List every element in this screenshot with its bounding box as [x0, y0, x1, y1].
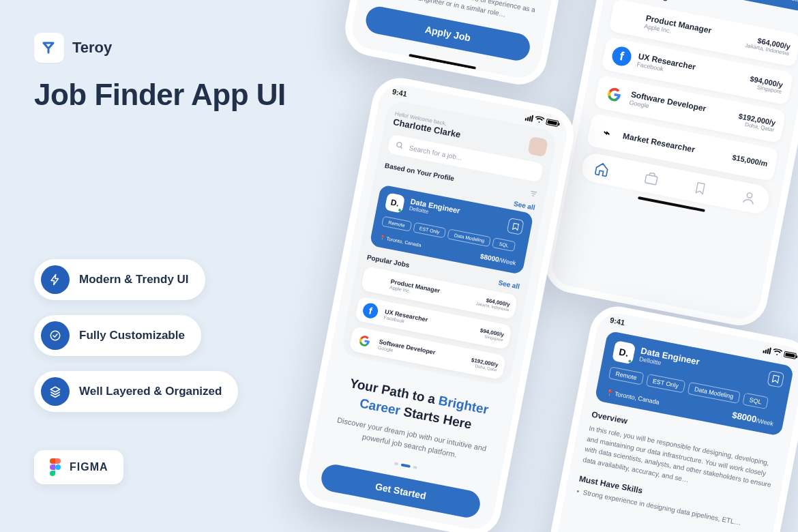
feature-label: Well Layered & Organized — [79, 385, 222, 398]
facebook-logo-icon: f — [361, 302, 379, 320]
lightning-icon — [41, 265, 70, 294]
nav-profile-icon[interactable] — [740, 189, 758, 207]
page-title: Job Finder App UI — [34, 78, 321, 113]
tag-chip: Data Modeling — [688, 382, 741, 404]
figma-label: FIGMA — [70, 461, 108, 473]
get-started-button[interactable]: Get Started — [319, 462, 482, 520]
svg-point-4 — [396, 142, 402, 147]
mock-home-screen: D. Data Engineer Delloitte Remote EST On… — [541, 0, 798, 330]
tag-chip: Remote — [608, 366, 644, 385]
job-salary: $8000/Week — [479, 252, 516, 267]
signal-icon — [525, 114, 534, 122]
job-title: Market Researcher — [622, 131, 726, 160]
feature-customizable: Fully Customizable — [34, 315, 201, 356]
svg-point-1 — [55, 464, 61, 470]
google-logo-icon — [356, 332, 374, 350]
job-location: 📍 Toronto, Canada — [379, 235, 422, 248]
facebook-logo-icon: f — [610, 45, 633, 68]
tag-chip: SQL — [492, 237, 516, 252]
job-salary: $8000/Week — [756, 0, 798, 3]
mock-apply-screen: Experience: Minimum of 3–5 years of expe… — [340, 0, 580, 89]
figma-icon — [49, 458, 61, 476]
brand-logo-icon — [34, 33, 64, 63]
search-icon — [395, 141, 404, 150]
section-popular-jobs: Popular Jobs — [366, 253, 410, 269]
tag-chip: Remote — [381, 216, 412, 232]
figma-badge: FIGMA — [34, 450, 123, 484]
company-logo-icon: D. — [612, 340, 636, 364]
bookmark-icon[interactable] — [767, 370, 784, 388]
see-all-link[interactable]: See all — [498, 279, 520, 291]
layers-icon — [41, 377, 70, 406]
battery-icon — [546, 118, 559, 126]
feature-modern: Modern & Trendy UI — [34, 259, 205, 300]
feature-layered: Well Layered & Organized — [34, 371, 238, 412]
svg-point-3 — [747, 192, 753, 198]
svg-point-0 — [50, 331, 60, 340]
tag-chip: EST Only — [413, 222, 447, 239]
brand-name: Teroy — [72, 39, 112, 57]
avatar[interactable] — [527, 136, 548, 157]
google-logo-icon — [603, 83, 625, 106]
job-salary: $15,000/m — [732, 153, 769, 168]
tag-chip: SQL — [742, 393, 769, 410]
status-time: 9:41 — [391, 87, 408, 98]
filter-icon[interactable] — [529, 189, 538, 198]
company-logo-icon: ⌁ — [595, 121, 618, 144]
apple-logo-icon — [618, 7, 640, 29]
nav-home-icon[interactable] — [593, 160, 611, 178]
tag-chip: EST Only — [645, 374, 685, 393]
signal-icon — [763, 346, 771, 355]
company-logo-icon: D. — [385, 192, 405, 213]
see-all-link[interactable]: See all — [513, 200, 535, 211]
brand: Teroy — [34, 33, 321, 63]
bookmark-icon[interactable] — [507, 218, 524, 235]
feature-label: Fully Customizable — [79, 329, 185, 342]
apple-logo-icon — [368, 272, 385, 290]
mock-detail-screen: 9:41 D. Data Engineer Delloitte — [541, 301, 798, 532]
status-time: 9:41 — [609, 316, 625, 327]
search-placeholder: Search for a job... — [409, 144, 463, 162]
tag-chip: Data Modeling — [447, 228, 492, 247]
nav-jobs-icon[interactable] — [642, 170, 660, 188]
wifi-icon — [772, 348, 783, 356]
nav-saved-icon[interactable] — [692, 179, 709, 196]
check-circle-icon — [41, 321, 70, 350]
battery-icon — [784, 351, 797, 359]
feature-label: Modern & Trendy UI — [79, 273, 189, 286]
wifi-icon — [534, 116, 545, 124]
mock-onboarding-screen: 9:41 Hello! Welcome back, Charlotte Clar… — [295, 73, 579, 532]
svg-rect-2 — [645, 175, 657, 185]
job-salary: $8000/Week — [731, 410, 774, 428]
job-location: 📍 Toronto, Canada — [605, 389, 660, 406]
